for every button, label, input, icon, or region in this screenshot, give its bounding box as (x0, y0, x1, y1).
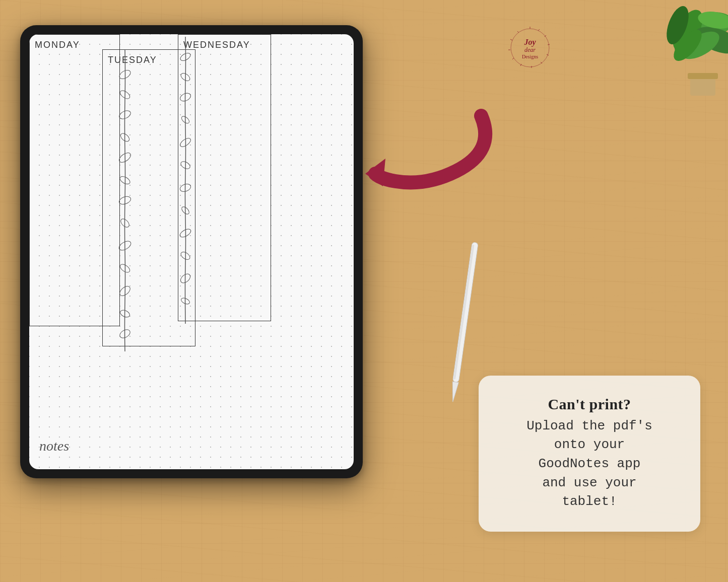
plant-decoration (622, 0, 728, 106)
wednesday-label: WEDNESDAY (183, 40, 250, 50)
text-box: Can't print? Upload the pdf'sonto yourGo… (479, 376, 700, 532)
tablet-screen: MONDAY TUESDAY WEDNESDAY (29, 34, 354, 469)
curved-arrow (365, 101, 496, 211)
svg-text:dear: dear (524, 46, 536, 53)
stylus (446, 242, 482, 403)
cant-print-heading: Can't print? (501, 396, 678, 413)
svg-line-50 (510, 39, 512, 40)
svg-rect-26 (453, 245, 475, 380)
svg-rect-38 (688, 73, 718, 79)
svg-text:Designs: Designs (522, 54, 538, 59)
svg-marker-27 (450, 382, 458, 402)
tablet: MONDAY TUESDAY WEDNESDAY (20, 25, 363, 478)
vine-right-decoration (178, 37, 193, 324)
svg-line-41 (538, 29, 540, 31)
notes-label: notes (39, 438, 69, 454)
logo-svg: Joy dear Designs (506, 27, 554, 69)
vine-left-decoration (116, 49, 134, 351)
svg-line-48 (512, 58, 514, 59)
text-box-body: Upload the pdf'sonto yourGoodNotes appan… (501, 417, 678, 512)
svg-line-43 (548, 44, 550, 45)
logo: Joy dear Designs (592, 13, 637, 58)
svg-text:Joy: Joy (523, 38, 536, 47)
monday-label: MONDAY (35, 40, 80, 50)
svg-line-51 (517, 31, 519, 33)
